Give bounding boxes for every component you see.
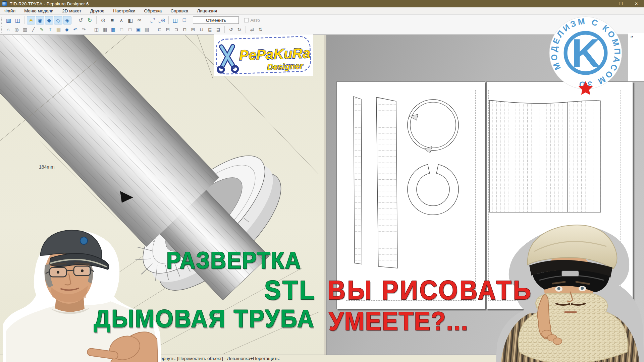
minimize-button[interactable]: —	[598, 0, 613, 7]
save-icon[interactable]: ◫	[13, 16, 22, 24]
spread-parts-icon[interactable]: ⊒	[214, 26, 222, 33]
pen-tool-icon[interactable]: ✎	[38, 26, 46, 33]
logo-word-top: PePaKuRa	[239, 45, 311, 63]
one-pane-view-icon[interactable]: □	[180, 16, 189, 24]
toolbar-grip[interactable]	[1, 17, 2, 24]
part-ring-open[interactable]	[408, 165, 459, 215]
measure-icon[interactable]: ▥	[21, 26, 29, 33]
toolbar-separator	[90, 26, 90, 33]
copy-page-icon[interactable]: □	[126, 26, 134, 33]
rotate-part-left-icon[interactable]: ↺	[227, 26, 235, 33]
align-bottom-icon[interactable]: ⊔	[198, 26, 205, 33]
app-icon	[2, 1, 7, 6]
overlay-line-3: ДЫМОВАЯ ТРУБА	[94, 305, 315, 333]
align-top-icon[interactable]: ⊓	[181, 26, 189, 33]
select-area-icon[interactable]: ⌞⌝	[149, 16, 157, 24]
menu-bar: ФайлМеню модели2D макетДругоеНастройкиОб…	[0, 7, 644, 15]
flat-shade-view-icon[interactable]: ◈	[63, 16, 71, 24]
pane-splitter[interactable]	[324, 35, 327, 355]
open-file-icon[interactable]: ▨	[4, 16, 13, 24]
toolbar-separator	[224, 26, 225, 33]
link-icon[interactable]: ∞	[135, 16, 144, 24]
menu-item-2d-layout[interactable]: 2D макет	[58, 8, 86, 14]
menu-item-file[interactable]: Файл	[0, 8, 20, 14]
redo-icon[interactable]: ↷	[80, 26, 88, 33]
part-strip-wide[interactable]	[376, 97, 397, 268]
paste-icon[interactable]: ▣	[135, 26, 142, 33]
image-tool-icon[interactable]: ▤	[55, 26, 62, 33]
texture-view-icon[interactable]: ◉	[36, 16, 44, 24]
menu-item-license[interactable]: Лицензия	[193, 8, 221, 14]
rotate-model-right-icon[interactable]: ↻	[86, 16, 94, 24]
toolbar-separator	[246, 26, 246, 33]
toolbar-2d: ⌂◎▥╱✎T▤◆↶↷◫▦▩□□▣▤⊏⊟⊐⊓⊞⊔⊑⊒↺↻⇄⇅	[0, 25, 644, 34]
cube-icon[interactable]: ■	[108, 16, 116, 24]
pepakura-logo: PePaKuRa Designer	[214, 35, 313, 76]
maximize-button[interactable]: ❐	[613, 0, 629, 7]
auto-checkbox-label: Авто	[250, 18, 260, 23]
menu-item-other[interactable]: Другое	[86, 8, 109, 14]
overlay-line-2-green: STL	[264, 275, 316, 305]
wireframe-view-icon[interactable]: ◇	[54, 16, 62, 24]
toolbar-separator	[24, 16, 24, 24]
auto-checkbox[interactable]	[244, 18, 249, 22]
rotate-model-left-icon[interactable]: ↺	[76, 16, 85, 24]
light-icon[interactable]: ☀	[27, 16, 35, 24]
toolbar-main: ▨◫☀◉◆◇◈↺↻⊙■⋏◧∞⌞⌝⌞⊛◫□ Отменить Авто	[0, 15, 644, 25]
solid-view-icon[interactable]: ◆	[45, 16, 53, 24]
sheet-grid-icon[interactable]: ▦	[101, 26, 109, 33]
part-strip-narrow[interactable]	[354, 97, 362, 264]
side-flyout-label: e	[631, 34, 633, 39]
dimension-label: 184mm	[39, 164, 55, 170]
fit-view-icon[interactable]: ⌂	[4, 26, 12, 33]
align-left-icon[interactable]: ⊏	[156, 26, 163, 33]
toolbar-separator	[74, 16, 74, 24]
title-bar: TID-R20-ТРУБА - Pepakura Designer 6 — ❐ …	[0, 0, 644, 7]
joint-icon[interactable]: ⋏	[117, 16, 125, 24]
logo-word-bottom: Designer	[267, 61, 304, 72]
book-icon[interactable]: ◫	[93, 26, 100, 33]
align-right-icon[interactable]: ⊐	[172, 26, 180, 33]
align-middle-icon[interactable]: ⊞	[189, 26, 197, 33]
package-icon[interactable]: ◆	[63, 26, 71, 33]
toolbar-separator	[153, 26, 153, 33]
window-title: TID-R20-ТРУБА - Pepakura Designer 6	[10, 1, 89, 6]
line-tool-icon[interactable]: ╱	[30, 26, 37, 33]
distribute-h-icon[interactable]: ⇄	[248, 26, 256, 33]
mirror-icon[interactable]: ◧	[126, 16, 135, 24]
close-button[interactable]: ✕	[629, 0, 644, 7]
scissors-icon	[217, 46, 238, 73]
undo-button[interactable]: Отменить	[193, 16, 239, 24]
align-center-h-icon[interactable]: ⊟	[164, 26, 172, 33]
select-options-icon[interactable]: ⌞⊛	[158, 16, 166, 24]
distribute-v-icon[interactable]: ⇅	[257, 26, 264, 33]
new-page-icon[interactable]: □	[118, 26, 125, 33]
two-pane-view-icon[interactable]: ◫	[171, 16, 179, 24]
badge-monogram: K	[571, 31, 600, 75]
side-flyout-panel: e	[628, 33, 644, 82]
undo-icon[interactable]: ↶	[71, 26, 79, 33]
menu-item-settings[interactable]: Настройки	[109, 8, 140, 14]
rotate-part-right-icon[interactable]: ↻	[235, 26, 243, 33]
overlay-line-1: РАЗВЕРТКА	[166, 247, 301, 274]
pack-parts-icon[interactable]: ⊑	[206, 26, 214, 33]
table-icon[interactable]: ▩	[109, 26, 117, 33]
overlay-line-2: STLВЫ РИСОВАТЬ	[264, 275, 533, 305]
print-icon[interactable]: ▤	[143, 26, 151, 33]
menu-item-model-menu[interactable]: Меню модели	[20, 8, 58, 14]
part-ring-thin[interactable]	[408, 100, 459, 153]
part-pipe-unroll[interactable]	[489, 100, 601, 212]
toolbar-separator	[96, 16, 97, 24]
overlay-line-4: УМЕЕТЕ?...	[329, 306, 469, 336]
toolbar-grip[interactable]	[1, 26, 2, 33]
text-tool-icon[interactable]: T	[46, 26, 54, 33]
overlay-line-2-red: ВЫ РИСОВАТЬ	[328, 275, 533, 305]
channel-badge: K МОДЕЛИЗМ С КОМПАСОМ 3D	[548, 15, 623, 98]
orbit-icon[interactable]: ◎	[13, 26, 20, 33]
toolbar-separator	[146, 16, 146, 24]
cylinder-icon[interactable]: ⊙	[99, 16, 107, 24]
menu-item-help[interactable]: Справка	[166, 8, 193, 14]
toolbar-separator	[168, 16, 169, 24]
left-man-photo	[0, 215, 168, 362]
menu-item-trim[interactable]: Обрезка	[140, 8, 166, 14]
